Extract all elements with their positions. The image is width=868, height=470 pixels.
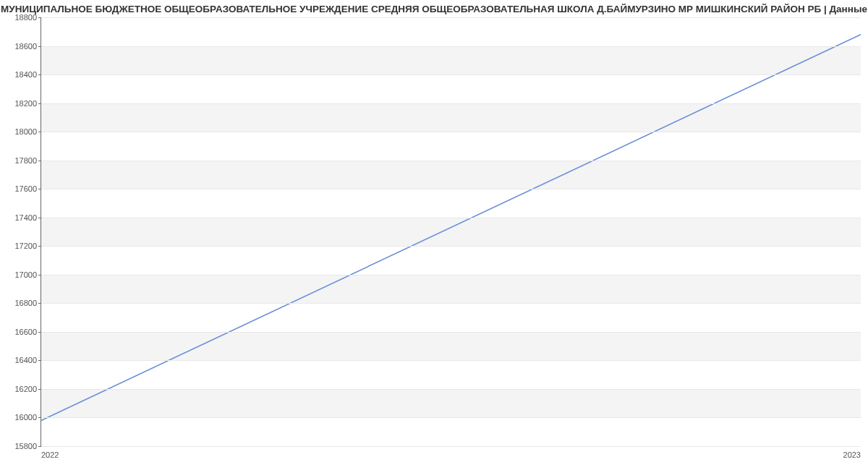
ytick-mark [38,74,41,75]
ytick-mark [38,332,41,333]
gridline [41,17,861,18]
ytick-label: 17000 [14,270,37,279]
ytick-mark [38,161,41,161]
gridline [41,360,861,361]
ytick-mark [38,389,41,390]
ytick-label: 18600 [14,42,37,51]
ytick-label: 15800 [14,442,37,450]
ytick-mark [38,46,41,47]
ytick-label: 17800 [14,156,37,165]
ytick-mark [38,17,41,18]
gridline [41,246,861,247]
ytick-mark [38,132,41,132]
gridline [41,218,861,218]
gridline [41,332,861,333]
ytick-mark [38,417,41,418]
ytick-label: 16800 [14,299,37,307]
gridline [41,74,861,75]
gridline [41,189,861,189]
gridline [41,417,861,418]
gridline [41,389,861,390]
ytick-label: 16000 [14,413,37,422]
ytick-mark [38,446,41,447]
xtick-label: 2022 [41,450,59,459]
gridline [41,132,861,132]
gridline [41,446,861,447]
xtick-label: 2023 [843,450,861,459]
ytick-mark [38,103,41,104]
ytick-mark [38,189,41,189]
plot-area: 1580016000162001640016600168001700017200… [41,17,861,447]
ytick-mark [38,360,41,361]
line-chart-svg [41,17,861,446]
ytick-mark [38,275,41,275]
ytick-label: 17200 [14,242,37,250]
series-line [41,35,861,421]
ytick-mark [38,218,41,218]
ytick-label: 18800 [14,13,37,22]
ytick-label: 17400 [14,213,37,222]
chart-title: МУНИЦИПАЛЬНОЕ БЮДЖЕТНОЕ ОБЩЕОБРАЗОВАТЕЛЬ… [0,0,868,16]
ytick-mark [38,303,41,304]
ytick-mark [38,246,41,247]
ytick-label: 18200 [14,99,37,108]
ytick-label: 16600 [14,328,37,336]
ytick-label: 16400 [14,356,37,364]
gridline [41,46,861,47]
ytick-label: 18000 [14,127,37,136]
chart-area: 1580016000162001640016600168001700017200… [0,17,868,463]
gridline [41,275,861,275]
gridline [41,103,861,104]
ytick-label: 17600 [14,184,37,193]
ytick-label: 16200 [14,385,37,393]
gridline [41,303,861,304]
ytick-label: 18400 [14,70,37,79]
gridline [41,161,861,161]
